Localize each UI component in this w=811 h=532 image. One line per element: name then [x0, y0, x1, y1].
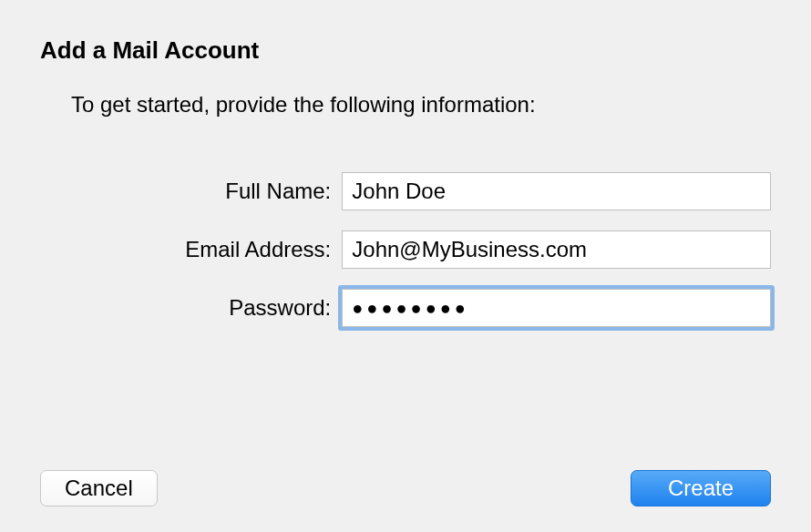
- email-label: Email Address:: [40, 237, 342, 262]
- button-bar: Cancel Create: [40, 470, 771, 506]
- cancel-button[interactable]: Cancel: [40, 470, 158, 506]
- dialog-subtitle: To get started, provide the following in…: [71, 92, 771, 118]
- email-input[interactable]: [342, 230, 771, 269]
- add-mail-account-dialog: Add a Mail Account To get started, provi…: [0, 0, 811, 532]
- create-button[interactable]: Create: [631, 470, 771, 506]
- password-row: Password: ●●●●●●●●: [40, 289, 771, 327]
- full-name-label: Full Name:: [40, 179, 342, 204]
- password-label: Password:: [40, 295, 342, 321]
- full-name-input[interactable]: [342, 172, 771, 210]
- account-form: Full Name: Email Address: Password: ●●●●…: [40, 172, 771, 327]
- password-input[interactable]: ●●●●●●●●: [342, 289, 771, 327]
- full-name-row: Full Name:: [40, 172, 771, 210]
- dialog-title: Add a Mail Account: [40, 36, 771, 65]
- email-row: Email Address:: [40, 230, 771, 269]
